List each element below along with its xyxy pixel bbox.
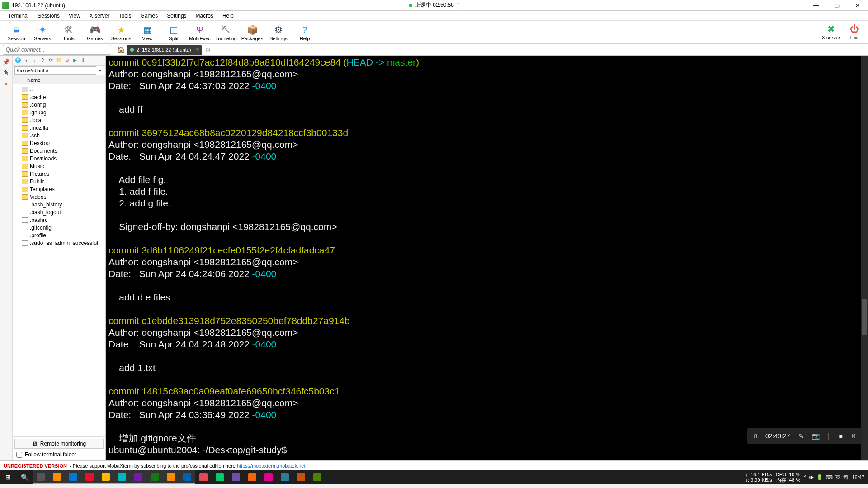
tree-item[interactable]: Documents	[13, 147, 105, 155]
menu-settings[interactable]: Settings	[162, 12, 191, 20]
tool-tools-button[interactable]: 🛠Tools	[56, 23, 81, 42]
taskbar-app-button[interactable]	[260, 470, 277, 484]
tree-item[interactable]: .gnupg	[13, 108, 105, 116]
terminal[interactable]: commit 0c91f33b2f7d7ac12f84d8b8a810df164…	[106, 56, 868, 460]
tool-packages-button[interactable]: 📦Packages	[240, 23, 265, 42]
tree-item[interactable]: Downloads	[13, 155, 105, 162]
rec-pause-icon[interactable]: ‖	[828, 430, 831, 442]
new-tab-button[interactable]: ⊕	[203, 45, 212, 54]
menu-sessions[interactable]: Sessions	[33, 12, 64, 20]
follow-terminal-input[interactable]	[16, 452, 22, 458]
scrollbar-thumb[interactable]	[862, 299, 867, 335]
tool-tunneling-button[interactable]: ⛏Tunneling	[213, 23, 239, 42]
sftp-download-icon[interactable]: ↓	[31, 57, 38, 64]
start-button[interactable]: ⊞	[0, 470, 16, 484]
home-tab-icon[interactable]: 🏠	[117, 46, 125, 54]
sftp-stop-icon[interactable]: ▶	[71, 57, 79, 64]
tool-exit-button[interactable]: ⏻Exit	[844, 22, 865, 42]
menu-macros[interactable]: Macros	[191, 12, 218, 20]
taskbar-app-button[interactable]	[195, 470, 212, 484]
taskbar-app-button[interactable]	[65, 470, 81, 484]
tree-item[interactable]: .cache	[13, 93, 105, 101]
session-tab[interactable]: 2. 192.168.1.22 (ubuntu) ×	[127, 45, 202, 55]
tree-item[interactable]: .profile	[13, 231, 105, 239]
sftp-delete-icon[interactable]: ⊘	[63, 57, 71, 64]
sftp-newfolder-icon[interactable]: 📁	[55, 57, 62, 64]
tree-item[interactable]: Public	[13, 178, 105, 185]
vbar-pin-icon[interactable]: 📌	[2, 58, 10, 66]
tree-item[interactable]: Pictures	[13, 170, 105, 178]
tree-item[interactable]: ..	[13, 85, 105, 93]
sftp-globe-icon[interactable]: 🌐	[14, 57, 22, 64]
taskbar-app-button[interactable]	[212, 470, 228, 484]
tray-icon[interactable]: 🔋	[816, 474, 823, 480]
sftp-info-icon[interactable]: ℹ	[80, 57, 87, 64]
close-button[interactable]: ✕	[847, 0, 868, 11]
taskbar-app-button[interactable]	[228, 470, 244, 484]
tree-item[interactable]: Videos	[13, 193, 105, 201]
maximize-button[interactable]: ▢	[826, 0, 847, 11]
tool-session-button[interactable]: 🖥Session	[4, 23, 29, 42]
tool-settings-button[interactable]: ⚙Settings	[266, 23, 291, 42]
tree-item[interactable]: Desktop	[13, 139, 105, 147]
tool-view-button[interactable]: ▦View	[135, 23, 160, 42]
tree-item[interactable]: .gitconfig	[13, 224, 105, 231]
footer-link[interactable]: https://mobaxterm.mobatek.net	[237, 463, 306, 469]
system-tray[interactable]: ^🕪🔋⌨英简	[804, 474, 848, 481]
tree-item[interactable]: .bash_logout	[13, 208, 105, 216]
menu-help[interactable]: Help	[218, 12, 238, 20]
minimize-button[interactable]: —	[806, 0, 826, 11]
taskbar-app-button[interactable]	[98, 470, 114, 484]
tray-icon[interactable]: ⌨	[826, 474, 833, 480]
taskbar-app-button[interactable]	[33, 470, 49, 484]
terminal-scrollbar[interactable]	[861, 56, 868, 460]
menu-games[interactable]: Games	[136, 12, 163, 20]
file-tree[interactable]: ...cache.config.gnupg.local.mozilla.sshD…	[13, 84, 105, 436]
tray-icon[interactable]: 英	[835, 474, 840, 481]
tab-close-icon[interactable]: ×	[196, 47, 199, 53]
menu-tools[interactable]: Tools	[114, 12, 136, 20]
sftp-up-icon[interactable]: ↑	[23, 57, 30, 64]
sftp-refresh-icon[interactable]: ⟳	[47, 57, 54, 64]
tool-games-button[interactable]: 🎮Games	[82, 23, 108, 42]
sftp-path-input[interactable]	[14, 66, 96, 75]
follow-terminal-checkbox[interactable]: Follow terminal folder	[14, 450, 104, 459]
tray-icon[interactable]: 🕪	[809, 474, 814, 480]
remote-monitoring-button[interactable]: 🖥 Remote monitoring	[14, 439, 104, 449]
tree-item[interactable]: .bashrc	[13, 216, 105, 224]
tool-split-button[interactable]: ◫Split	[161, 23, 186, 42]
tool-sessions-button[interactable]: ★Sessions	[108, 23, 134, 42]
rec-edit-icon[interactable]: ✎	[798, 430, 804, 442]
taskbar-app-button[interactable]	[293, 470, 309, 484]
recording-controls[interactable]: ⎍ 02:49:27 ✎ 📷 ‖ ■ ✕	[747, 428, 863, 444]
tool-multiexec-button[interactable]: ΨMultiExec	[187, 23, 212, 42]
recording-badge[interactable]: 上课中 02:50:58 ˄	[404, 0, 464, 11]
taskbar-app-button[interactable]	[277, 470, 293, 484]
tree-item[interactable]: .mozilla	[13, 124, 105, 131]
menu-view[interactable]: View	[64, 12, 85, 20]
rec-camera-icon[interactable]: 📷	[812, 430, 820, 442]
taskbar-app-button[interactable]	[49, 470, 65, 484]
taskbar-app-button[interactable]	[179, 470, 195, 484]
vbar-circle-icon[interactable]: ●	[4, 80, 8, 87]
tray-icon[interactable]: ^	[804, 474, 806, 480]
taskbar-app-button[interactable]	[146, 470, 163, 484]
tree-item[interactable]: .local	[13, 116, 105, 124]
vbar-brush-icon[interactable]: ✎	[4, 69, 9, 76]
tree-item[interactable]: .sudo_as_admin_successful	[13, 239, 105, 247]
tree-item[interactable]: .ssh	[13, 131, 105, 139]
tree-item[interactable]: .config	[13, 101, 105, 108]
chevron-up-icon[interactable]: ˄	[457, 2, 459, 9]
menu-terminal[interactable]: Terminal	[4, 12, 33, 20]
tool-x-server-button[interactable]: ✖X server	[820, 22, 842, 42]
rec-mic-icon[interactable]: ⎍	[754, 430, 757, 442]
sftp-path-go-icon[interactable]: ▾	[96, 68, 104, 73]
rec-stop-icon[interactable]: ■	[839, 430, 843, 442]
search-button[interactable]: 🔍	[16, 470, 33, 484]
taskbar-app-button[interactable]	[244, 470, 260, 484]
tree-item[interactable]: .bash_history	[13, 201, 105, 208]
rec-close-icon[interactable]: ✕	[851, 430, 856, 442]
taskbar-app-button[interactable]	[114, 470, 130, 484]
tree-item[interactable]: Music	[13, 162, 105, 170]
taskbar-app-button[interactable]	[163, 470, 179, 484]
